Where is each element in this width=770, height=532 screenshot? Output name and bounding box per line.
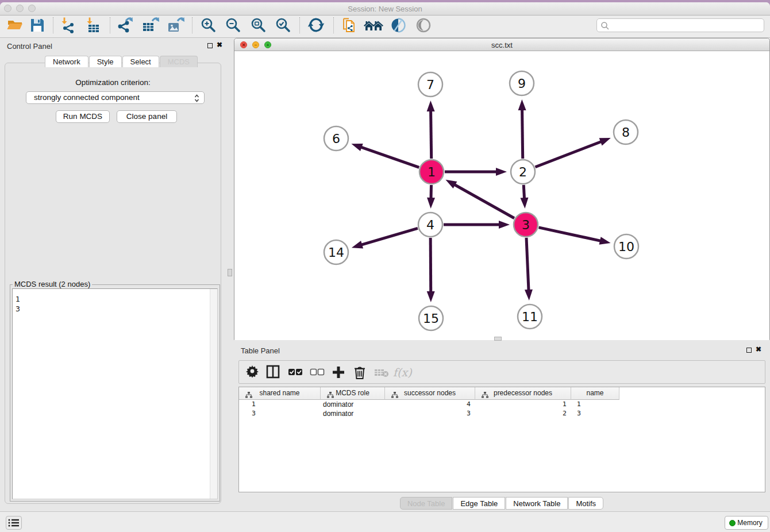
run-mcds-button[interactable]: Run MCDS [56, 110, 110, 123]
apply-style-icon[interactable] [390, 17, 407, 34]
result-scrollbar[interactable] [210, 289, 217, 499]
cell-successor-nodes[interactable]: 3 [385, 409, 475, 418]
tab-style[interactable]: Style [89, 56, 122, 67]
result-item[interactable]: 3 [13, 304, 217, 314]
memory-status-dot [729, 520, 736, 526]
control-panel: Control Panel ✖ NetworkStyleSelectMCDS O… [0, 38, 226, 510]
tab-motifs[interactable]: Motifs [568, 497, 603, 510]
window-titlebar[interactable]: Session: New Session [0, 2, 770, 16]
export-table-icon[interactable] [141, 17, 158, 34]
tab-network-table[interactable]: Network Table [506, 497, 568, 510]
cell-predecessor-nodes[interactable]: 1 [475, 400, 571, 409]
table-toolbar: f(x) [238, 360, 765, 384]
table-panel: Table Panel ✖ [234, 342, 770, 512]
edge-4-15[interactable] [430, 238, 431, 294]
canvas-resize-grip[interactable] [494, 337, 502, 341]
settings-icon[interactable] [246, 365, 261, 380]
edge-3-1[interactable] [453, 184, 514, 218]
table-row[interactable]: 3dominator323 [239, 409, 765, 418]
mcds-result-list[interactable]: 13 [12, 288, 218, 499]
result-item[interactable]: 1 [13, 294, 217, 304]
edge-arrowhead [445, 180, 457, 188]
zoom-fit-icon[interactable] [250, 17, 267, 34]
import-table-icon[interactable] [85, 17, 102, 34]
column-header-successor-nodes[interactable]: successor nodes [385, 387, 475, 400]
tab-network[interactable]: Network [45, 56, 88, 67]
save-icon[interactable] [29, 17, 46, 34]
edge-4-14[interactable] [360, 228, 418, 245]
cell-shared-name[interactable]: 3 [239, 409, 321, 418]
task-history-button[interactable] [6, 516, 22, 530]
cell-MCDS-role[interactable]: dominator [321, 400, 385, 409]
float-panel-icon[interactable] [207, 43, 213, 48]
column-header-MCDS-role[interactable]: MCDS role [321, 387, 385, 400]
node-label-7: 7 [426, 78, 434, 92]
network-window-titlebar[interactable]: ✕ − + scc.txt [234, 38, 769, 51]
zoom-out-icon[interactable] [225, 17, 242, 34]
unselect-all-icon[interactable] [310, 365, 325, 380]
optimization-label: Optimization criterion: [5, 78, 221, 87]
tab-select[interactable]: Select [122, 56, 159, 67]
control-panel-title: Control Panel [7, 42, 52, 51]
edge-3-11[interactable] [526, 238, 529, 292]
tab-node-table[interactable]: Node Table [400, 497, 453, 510]
node-label-1: 1 [428, 165, 436, 179]
column-layout-icon[interactable] [266, 365, 281, 380]
edge-2-8[interactable] [535, 141, 602, 167]
table-row[interactable]: 1dominator411 [239, 400, 765, 409]
refresh-icon[interactable] [307, 17, 325, 34]
clone-network-icon[interactable] [340, 17, 357, 34]
table-panel-title: Table Panel [241, 346, 280, 355]
node-label-9: 9 [518, 76, 526, 91]
node-label-10: 10 [618, 240, 634, 254]
network-canvas[interactable]: 1234678910111415 [234, 51, 769, 340]
window-title: Session: New Session [0, 5, 770, 13]
optimization-dropdown[interactable]: strongly connected component [26, 91, 205, 104]
dropdown-spinner-icon [194, 94, 199, 103]
zoom-in-icon[interactable] [200, 17, 217, 34]
edge-1-6[interactable] [360, 147, 419, 167]
home-icon[interactable] [363, 17, 380, 34]
zoom-selected-icon[interactable] [275, 17, 292, 34]
cell-MCDS-role[interactable]: dominator [321, 409, 385, 418]
cell-successor-nodes[interactable]: 4 [385, 400, 475, 409]
export-image-icon[interactable] [166, 17, 183, 34]
edge-arrowhead [352, 241, 363, 248]
column-header-shared-name[interactable]: shared name [239, 387, 321, 400]
add-column-icon[interactable] [331, 365, 346, 380]
table-close-icon[interactable]: ✖ [756, 345, 761, 353]
cell-predecessor-nodes[interactable]: 2 [475, 409, 571, 418]
edge-arrowhead [599, 138, 611, 145]
column-header-predecessor-nodes[interactable]: predecessor nodes [475, 387, 571, 400]
memory-button[interactable]: Memory [725, 516, 768, 530]
tab-mcds[interactable]: MCDS [160, 56, 198, 67]
edge-3-10[interactable] [538, 228, 602, 241]
edge-arrowhead [520, 198, 528, 209]
delete-column-icon[interactable] [353, 365, 368, 380]
node-label-8: 8 [622, 125, 630, 140]
delete-table-icon[interactable] [374, 365, 388, 380]
select-all-icon[interactable] [288, 365, 303, 380]
panel-divider-grip[interactable] [228, 269, 232, 276]
close-panel-icon[interactable]: ✖ [217, 41, 222, 49]
open-folder-icon[interactable] [6, 17, 24, 34]
edge-2-9[interactable] [522, 108, 523, 159]
tab-edge-table[interactable]: Edge Table [453, 497, 505, 510]
edge-arrowhead [499, 221, 510, 229]
close-panel-button[interactable]: Close panel [117, 110, 177, 123]
cell-name[interactable]: 1 [571, 400, 619, 409]
function-builder-icon[interactable]: f(x) [393, 365, 414, 380]
edge-1-7[interactable] [431, 109, 432, 159]
edge-arrowhead [525, 290, 533, 300]
cell-name[interactable]: 3 [571, 409, 619, 418]
eye-icon[interactable] [415, 17, 432, 34]
export-network-icon[interactable] [116, 17, 133, 34]
cell-shared-name[interactable]: 1 [239, 400, 321, 409]
search-input[interactable] [596, 18, 764, 32]
table-float-icon[interactable] [746, 348, 752, 353]
column-header-name[interactable]: name [571, 387, 619, 400]
edge-arrowhead [518, 99, 526, 110]
network-window-title: scc.txt [234, 41, 769, 49]
import-network-icon[interactable] [60, 17, 77, 34]
node-label-11: 11 [522, 310, 538, 324]
